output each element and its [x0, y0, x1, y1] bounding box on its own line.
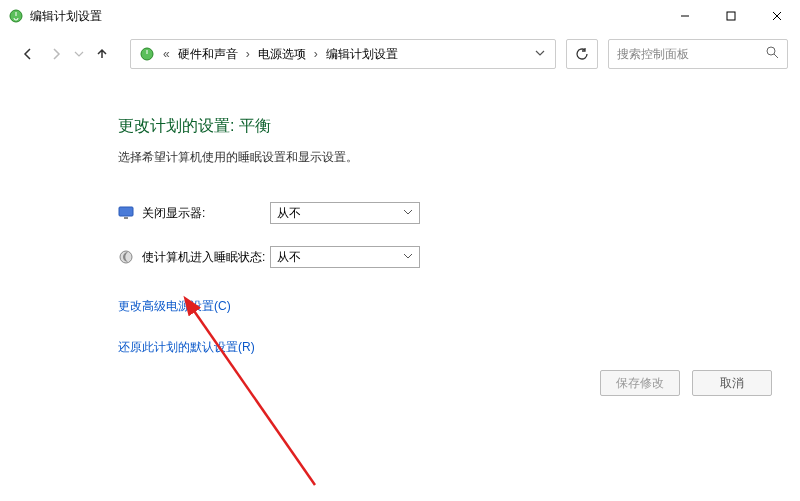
search-icon — [766, 46, 779, 62]
svg-rect-2 — [727, 12, 735, 20]
address-bar[interactable]: « 硬件和声音 › 电源选项 › 编辑计划设置 — [130, 39, 556, 69]
display-off-label: 关闭显示器: — [142, 205, 270, 222]
setting-row-display-off: 关闭显示器: 从不 — [118, 202, 800, 224]
refresh-button[interactable] — [566, 39, 598, 69]
moon-icon — [118, 249, 134, 265]
breadcrumb-prefix-chevron[interactable]: « — [159, 47, 174, 61]
search-box[interactable]: 搜索控制面板 — [608, 39, 788, 69]
svg-point-6 — [767, 47, 775, 55]
titlebar: 编辑计划设置 — [0, 0, 800, 32]
address-icon — [135, 46, 159, 62]
search-placeholder: 搜索控制面板 — [617, 46, 766, 63]
save-button[interactable]: 保存修改 — [600, 370, 680, 396]
breadcrumb-hardware-sound[interactable]: 硬件和声音 — [174, 46, 242, 63]
svg-rect-8 — [119, 207, 133, 216]
close-button[interactable] — [754, 0, 800, 32]
breadcrumb-power-options[interactable]: 电源选项 — [254, 46, 310, 63]
display-off-value: 从不 — [277, 205, 301, 222]
up-button[interactable] — [88, 40, 116, 68]
restore-defaults-link[interactable]: 还原此计划的默认设置(R) — [118, 339, 800, 356]
window-controls — [662, 0, 800, 32]
setting-row-sleep: 使计算机进入睡眠状态: 从不 — [118, 246, 800, 268]
chevron-down-icon — [403, 206, 413, 220]
recent-dropdown[interactable] — [70, 40, 88, 68]
chevron-right-icon: › — [242, 47, 254, 61]
address-dropdown[interactable] — [529, 47, 551, 61]
sleep-label: 使计算机进入睡眠状态: — [142, 249, 270, 266]
svg-rect-9 — [124, 217, 128, 219]
forward-button[interactable] — [42, 40, 70, 68]
page-description: 选择希望计算机使用的睡眠设置和显示设置。 — [118, 149, 800, 166]
links-section: 更改高级电源设置(C) 还原此计划的默认设置(R) — [118, 298, 800, 356]
window-title: 编辑计划设置 — [30, 8, 102, 25]
advanced-power-settings-link[interactable]: 更改高级电源设置(C) — [118, 298, 800, 315]
chevron-down-icon — [403, 250, 413, 264]
minimize-button[interactable] — [662, 0, 708, 32]
cancel-button[interactable]: 取消 — [692, 370, 772, 396]
svg-line-7 — [774, 54, 778, 58]
chevron-right-icon: › — [310, 47, 322, 61]
display-off-select[interactable]: 从不 — [270, 202, 420, 224]
main-content: 更改计划的设置: 平衡 选择希望计算机使用的睡眠设置和显示设置。 关闭显示器: … — [0, 76, 800, 356]
sleep-value: 从不 — [277, 249, 301, 266]
sleep-select[interactable]: 从不 — [270, 246, 420, 268]
power-options-icon — [8, 8, 24, 24]
page-heading: 更改计划的设置: 平衡 — [118, 116, 800, 137]
monitor-icon — [118, 205, 134, 221]
footer-buttons: 保存修改 取消 — [600, 370, 772, 396]
back-button[interactable] — [14, 40, 42, 68]
toolbar: « 硬件和声音 › 电源选项 › 编辑计划设置 搜索控制面板 — [0, 32, 800, 76]
maximize-button[interactable] — [708, 0, 754, 32]
breadcrumb-edit-plan[interactable]: 编辑计划设置 — [322, 46, 402, 63]
